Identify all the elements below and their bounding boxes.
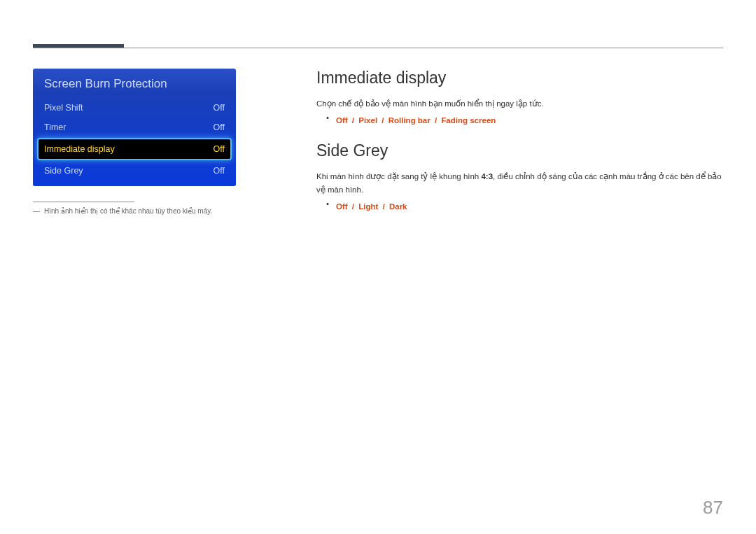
right-column: Immediate display Chọn chế độ bảo vệ màn… — [316, 69, 723, 216]
menu-item-label: Pixel Shift — [44, 103, 83, 113]
menu-item-label: Immediate display — [44, 144, 115, 154]
footnote-dash: ― — [33, 206, 40, 216]
footnote-text: Hình ảnh hiển thị có thể khác nhau tùy t… — [44, 206, 212, 216]
menu-item-value: Off — [214, 103, 225, 113]
bullet-icon: • — [326, 199, 329, 212]
menu-items: Pixel Shift Off Timer Off Immediate disp… — [33, 98, 236, 186]
section-heading-sidegrey: Side Grey — [316, 141, 723, 160]
option-sep: / — [379, 116, 386, 125]
option-fading-screen: Fading screen — [441, 116, 496, 125]
option-sep: / — [433, 116, 440, 125]
menu-item-pixel-shift[interactable]: Pixel Shift Off — [38, 98, 230, 118]
menu-panel: Screen Burn Protection Pixel Shift Off T… — [33, 69, 236, 186]
sidegrey-options: • Off / Light / Dark — [316, 199, 723, 212]
option-sep: / — [350, 116, 357, 125]
menu-item-label: Timer — [44, 122, 66, 132]
menu-item-side-grey[interactable]: Side Grey Off — [38, 161, 230, 181]
menu-item-immediate-display[interactable]: Immediate display Off — [38, 139, 230, 159]
menu-item-label: Side Grey — [44, 166, 83, 176]
immediate-body: Chọn chế độ bảo vệ màn hình bạn muốn hiể… — [316, 97, 723, 110]
option-off: Off — [336, 116, 348, 125]
option-sep: / — [350, 202, 357, 211]
menu-item-timer[interactable]: Timer Off — [38, 118, 230, 137]
menu-item-value: Off — [214, 166, 225, 176]
footnote: ― Hình ảnh hiển thị có thể khác nhau tùy… — [33, 206, 236, 216]
menu-title: Screen Burn Protection — [33, 69, 236, 98]
option-dark: Dark — [389, 202, 407, 211]
sidegrey-body: Khi màn hình được đặt sang tỷ lệ khung h… — [316, 170, 723, 196]
page-content: Screen Burn Protection Pixel Shift Off T… — [33, 69, 723, 216]
left-column: Screen Burn Protection Pixel Shift Off T… — [33, 69, 236, 216]
sidegrey-body-before: Khi màn hình được đặt sang tỷ lệ khung h… — [316, 172, 481, 181]
bullet-icon: • — [326, 113, 329, 126]
option-pixel: Pixel — [358, 116, 377, 125]
header-divider — [33, 48, 723, 48]
option-list: Off / Pixel / Rolling bar / Fading scree… — [336, 113, 496, 126]
footnote-divider — [33, 202, 134, 202]
option-off: Off — [336, 202, 348, 211]
immediate-options: • Off / Pixel / Rolling bar / Fading scr… — [316, 113, 723, 126]
sidegrey-ratio: 4:3 — [481, 172, 493, 181]
menu-item-value: Off — [214, 122, 225, 132]
section-heading-immediate: Immediate display — [316, 69, 723, 87]
option-sep: / — [380, 202, 387, 211]
menu-item-value: Off — [214, 144, 225, 154]
option-list: Off / Light / Dark — [336, 199, 407, 212]
option-rolling-bar: Rolling bar — [388, 116, 430, 125]
page-number: 87 — [703, 497, 723, 519]
option-light: Light — [358, 202, 378, 211]
